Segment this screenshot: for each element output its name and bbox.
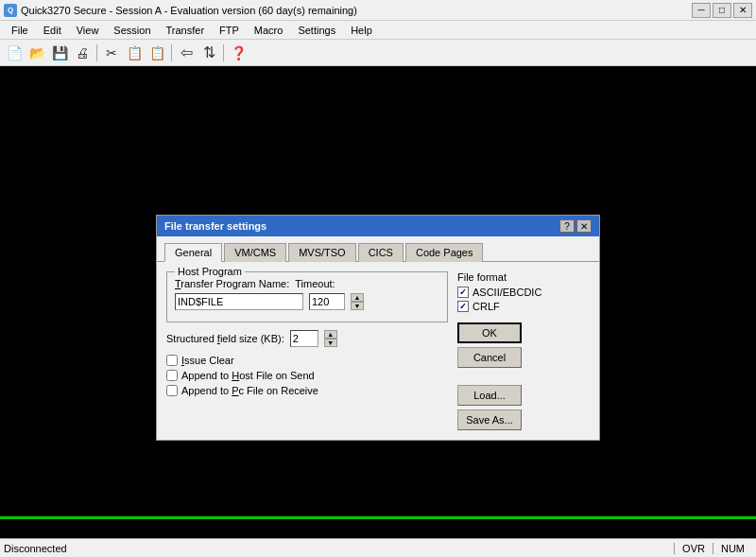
structured-down[interactable]: ▼ <box>324 339 337 347</box>
toolbar-send[interactable]: ⇦ <box>176 43 197 63</box>
title-bar: Q Quick3270 Secure - Session A - Evaluat… <box>0 0 756 21</box>
toolbar-paste[interactable]: 📋 <box>146 43 167 63</box>
transfer-name-row: Transfer Program Name: Timeout: <box>175 278 439 289</box>
toolbar-receive[interactable]: ⇅ <box>198 43 219 63</box>
cancel-button[interactable]: Cancel <box>457 347 522 368</box>
tab-vmcms[interactable]: VM/CMS <box>224 243 286 262</box>
menu-settings[interactable]: Settings <box>290 23 343 38</box>
dialog-title: File transfer settings <box>164 220 266 232</box>
green-status-line <box>0 516 756 519</box>
tab-bar: General VM/CMS MVS/TSO CICS Code Pages <box>157 236 599 262</box>
dialog-close-button[interactable]: ✕ <box>576 219 592 233</box>
timeout-input[interactable] <box>309 293 345 310</box>
append-pc-row: Append to Pc File on Receive <box>166 385 448 396</box>
transfer-name-input[interactable] <box>175 293 303 310</box>
append-host-row: Append to Host File on Send <box>166 370 448 381</box>
menu-transfer[interactable]: Transfer <box>159 23 213 38</box>
dialog-main-content: Host Program Transfer Program Name: Time… <box>166 271 448 430</box>
structured-up[interactable]: ▲ <box>324 330 337 339</box>
file-transfer-dialog: File transfer settings ? ✕ General VM/CM… <box>156 215 600 441</box>
transfer-input-row: ▲ ▼ <box>175 293 439 310</box>
maximize-button[interactable]: □ <box>713 3 731 18</box>
toolbar-help[interactable]: ❓ <box>228 43 249 63</box>
structured-field-spinner: ▲ ▼ <box>324 330 337 347</box>
tab-general[interactable]: General <box>164 243 222 262</box>
tab-cics[interactable]: CICS <box>358 243 404 262</box>
host-program-title: Host Program <box>175 266 245 277</box>
title-bar-text: Quick3270 Secure - Session A - Evaluatio… <box>21 5 357 16</box>
toolbar-print[interactable]: 🖨 <box>72 43 93 63</box>
save-as-button[interactable]: Save As... <box>457 409 522 430</box>
dialog-buttons: OK Cancel Load... Save As... <box>457 322 590 430</box>
toolbar-copy[interactable]: 📋 <box>124 43 145 63</box>
issue-clear-checkbox[interactable] <box>166 355 178 366</box>
status-disconnected: Disconnected <box>4 543 674 554</box>
terminal-area: File transfer settings ? ✕ General VM/CM… <box>0 68 756 538</box>
toolbar-sep1 <box>96 44 97 61</box>
menu-file[interactable]: File <box>4 23 36 38</box>
structured-field-row: Structured field size (KB): ▲ ▼ <box>166 330 448 347</box>
ascii-ebcdic-checkbox[interactable] <box>457 287 469 298</box>
timeout-up[interactable]: ▲ <box>351 293 364 302</box>
append-pc-label: Append to Pc File on Receive <box>181 385 318 396</box>
dialog-overlay: File transfer settings ? ✕ General VM/CM… <box>0 136 756 519</box>
toolbar-sep2 <box>171 44 172 61</box>
status-ovr: OVR <box>674 543 713 554</box>
dialog-title-controls: ? ✕ <box>559 219 592 233</box>
menu-ftp[interactable]: FTP <box>212 23 247 38</box>
crlf-row: CRLF <box>457 301 590 312</box>
status-num: NUM <box>713 543 752 554</box>
toolbar-open[interactable]: 📂 <box>26 43 47 63</box>
menu-session[interactable]: Session <box>106 23 158 38</box>
timeout-down[interactable]: ▼ <box>351 302 364 310</box>
toolbar-sep3 <box>223 44 224 61</box>
app-icon: Q <box>4 4 17 17</box>
menu-bar: File Edit View Session Transfer FTP Macr… <box>0 21 756 40</box>
ok-button[interactable]: OK <box>457 322 522 343</box>
minimize-button[interactable]: ─ <box>692 3 711 18</box>
menu-macro[interactable]: Macro <box>247 23 291 38</box>
dialog-body: Host Program Transfer Program Name: Time… <box>157 262 599 440</box>
append-pc-checkbox[interactable] <box>166 385 178 396</box>
host-program-group: Host Program Transfer Program Name: Time… <box>166 271 448 322</box>
menu-help[interactable]: Help <box>343 23 380 38</box>
tab-codepages[interactable]: Code Pages <box>405 243 484 262</box>
transfer-name-label: Transfer Program Name: <box>175 278 289 289</box>
timeout-label: Timeout: <box>295 278 335 289</box>
issue-clear-row: Issue Clear <box>166 355 448 366</box>
dialog-help-button[interactable]: ? <box>559 219 575 233</box>
load-button[interactable]: Load... <box>457 385 522 406</box>
append-host-label: Append to Host File on Send <box>181 370 315 381</box>
status-right: OVR NUM <box>674 543 752 554</box>
file-format-section: File format ASCII/EBCDIC CRLF <box>457 271 590 315</box>
title-bar-controls: ─ □ ✕ <box>692 3 752 18</box>
toolbar-new[interactable]: 📄 <box>4 43 25 63</box>
toolbar-cut[interactable]: ✂ <box>101 43 122 63</box>
file-format-title: File format <box>457 271 590 283</box>
menu-edit[interactable]: Edit <box>36 23 69 38</box>
dialog-title-bar: File transfer settings ? ✕ <box>157 216 599 236</box>
menu-view[interactable]: View <box>69 23 107 38</box>
crlf-label: CRLF <box>472 301 500 312</box>
crlf-checkbox[interactable] <box>457 301 469 312</box>
append-host-checkbox[interactable] <box>166 370 178 381</box>
toolbar-save[interactable]: 💾 <box>49 43 70 63</box>
structured-field-label: Structured field size (KB): <box>166 333 284 344</box>
tab-mvstso[interactable]: MVS/TSO <box>288 243 356 262</box>
close-button[interactable]: ✕ <box>733 3 752 18</box>
timeout-spinner: ▲ ▼ <box>351 293 364 310</box>
toolbar: 📄 📂 💾 🖨 ✂ 📋 📋 ⇦ ⇅ ❓ <box>0 40 756 66</box>
ascii-ebcdic-label: ASCII/EBCDIC <box>472 287 541 298</box>
ascii-ebcdic-row: ASCII/EBCDIC <box>457 287 590 298</box>
issue-clear-label: Issue Clear <box>181 355 234 366</box>
status-bar: Disconnected OVR NUM <box>0 538 756 557</box>
structured-field-input[interactable] <box>290 330 318 347</box>
